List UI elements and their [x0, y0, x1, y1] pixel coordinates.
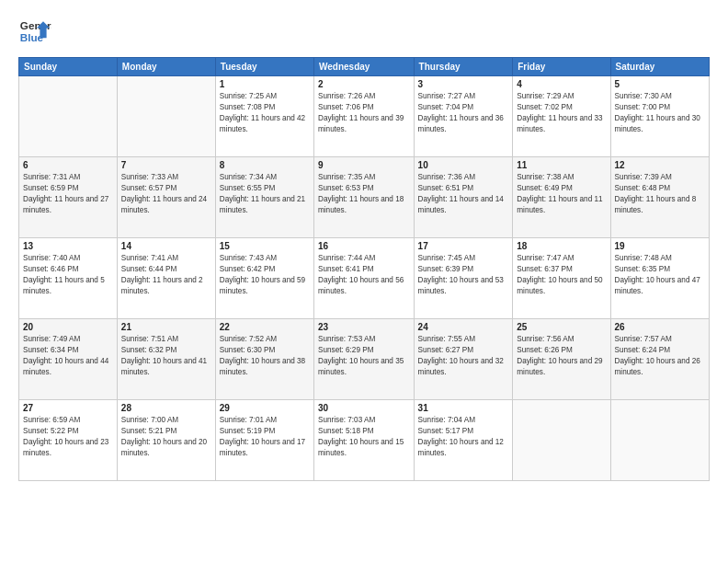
day-info: Sunrise: 7:44 AM Sunset: 6:41 PM Dayligh…: [318, 253, 410, 297]
day-number: 26: [615, 322, 705, 332]
day-info: Sunrise: 7:49 AM Sunset: 6:34 PM Dayligh…: [23, 334, 113, 378]
calendar-cell: 12Sunrise: 7:39 AM Sunset: 6:48 PM Dayli…: [610, 157, 709, 238]
weekday-header-thursday: Thursday: [414, 58, 513, 76]
day-info: Sunrise: 7:31 AM Sunset: 6:59 PM Dayligh…: [23, 172, 113, 216]
day-number: 30: [318, 403, 410, 413]
day-info: Sunrise: 7:57 AM Sunset: 6:24 PM Dayligh…: [615, 334, 705, 378]
day-info: Sunrise: 7:30 AM Sunset: 7:00 PM Dayligh…: [615, 91, 705, 135]
calendar-cell: 15Sunrise: 7:43 AM Sunset: 6:42 PM Dayli…: [215, 238, 313, 319]
day-number: 5: [615, 79, 705, 89]
day-number: 4: [517, 79, 606, 89]
calendar-cell: 24Sunrise: 7:55 AM Sunset: 6:27 PM Dayli…: [414, 319, 513, 400]
day-info: Sunrise: 7:43 AM Sunset: 6:42 PM Dayligh…: [220, 253, 310, 297]
day-info: Sunrise: 7:47 AM Sunset: 6:37 PM Dayligh…: [517, 253, 606, 297]
day-info: Sunrise: 7:36 AM Sunset: 6:51 PM Dayligh…: [418, 172, 509, 216]
calendar-cell: 2Sunrise: 7:26 AM Sunset: 7:06 PM Daylig…: [313, 76, 414, 157]
day-number: 11: [517, 160, 606, 170]
calendar-cell: 23Sunrise: 7:53 AM Sunset: 6:29 PM Dayli…: [313, 319, 414, 400]
day-number: 13: [23, 241, 113, 251]
calendar-cell: 28Sunrise: 7:00 AM Sunset: 5:21 PM Dayli…: [117, 400, 215, 481]
day-number: 23: [318, 322, 410, 332]
day-info: Sunrise: 7:35 AM Sunset: 6:53 PM Dayligh…: [318, 172, 410, 216]
day-info: Sunrise: 7:51 AM Sunset: 6:32 PM Dayligh…: [121, 334, 211, 378]
calendar-cell: [610, 400, 709, 481]
day-info: Sunrise: 7:48 AM Sunset: 6:35 PM Dayligh…: [615, 253, 705, 297]
day-number: 22: [220, 322, 310, 332]
calendar-cell: 18Sunrise: 7:47 AM Sunset: 6:37 PM Dayli…: [513, 238, 610, 319]
day-info: Sunrise: 7:52 AM Sunset: 6:30 PM Dayligh…: [220, 334, 310, 378]
day-number: 27: [23, 403, 113, 413]
calendar-cell: 26Sunrise: 7:57 AM Sunset: 6:24 PM Dayli…: [610, 319, 709, 400]
day-info: Sunrise: 7:03 AM Sunset: 5:18 PM Dayligh…: [318, 415, 410, 459]
day-info: Sunrise: 7:53 AM Sunset: 6:29 PM Dayligh…: [318, 334, 410, 378]
week-row-3: 13Sunrise: 7:40 AM Sunset: 6:46 PM Dayli…: [19, 238, 710, 319]
calendar-cell: [117, 76, 215, 157]
week-row-5: 27Sunrise: 6:59 AM Sunset: 5:22 PM Dayli…: [19, 400, 710, 481]
day-number: 15: [220, 241, 310, 251]
calendar-cell: 1Sunrise: 7:25 AM Sunset: 7:08 PM Daylig…: [215, 76, 313, 157]
day-number: 16: [318, 241, 410, 251]
day-number: 6: [23, 160, 113, 170]
day-number: 29: [220, 403, 310, 413]
day-number: 18: [517, 241, 606, 251]
day-number: 8: [220, 160, 310, 170]
calendar-cell: 20Sunrise: 7:49 AM Sunset: 6:34 PM Dayli…: [19, 319, 118, 400]
week-row-2: 6Sunrise: 7:31 AM Sunset: 6:59 PM Daylig…: [19, 157, 710, 238]
calendar-cell: 8Sunrise: 7:34 AM Sunset: 6:55 PM Daylig…: [215, 157, 313, 238]
day-number: 14: [121, 241, 211, 251]
calendar-cell: 25Sunrise: 7:56 AM Sunset: 6:26 PM Dayli…: [513, 319, 610, 400]
weekday-header-tuesday: Tuesday: [215, 58, 313, 76]
day-number: 28: [121, 403, 211, 413]
day-number: 17: [418, 241, 509, 251]
day-number: 1: [220, 79, 310, 89]
day-info: Sunrise: 7:39 AM Sunset: 6:48 PM Dayligh…: [615, 172, 705, 216]
day-info: Sunrise: 6:59 AM Sunset: 5:22 PM Dayligh…: [23, 415, 113, 459]
day-info: Sunrise: 7:04 AM Sunset: 5:17 PM Dayligh…: [418, 415, 509, 459]
day-info: Sunrise: 7:40 AM Sunset: 6:46 PM Dayligh…: [23, 253, 113, 297]
calendar-cell: 29Sunrise: 7:01 AM Sunset: 5:19 PM Dayli…: [215, 400, 313, 481]
calendar-cell: 14Sunrise: 7:41 AM Sunset: 6:44 PM Dayli…: [117, 238, 215, 319]
day-info: Sunrise: 7:38 AM Sunset: 6:49 PM Dayligh…: [517, 172, 606, 216]
calendar-cell: 3Sunrise: 7:27 AM Sunset: 7:04 PM Daylig…: [414, 76, 513, 157]
calendar-cell: [19, 76, 118, 157]
calendar-cell: [513, 400, 610, 481]
day-number: 9: [318, 160, 410, 170]
calendar-cell: 16Sunrise: 7:44 AM Sunset: 6:41 PM Dayli…: [313, 238, 414, 319]
day-info: Sunrise: 7:26 AM Sunset: 7:06 PM Dayligh…: [318, 91, 410, 135]
calendar-cell: 10Sunrise: 7:36 AM Sunset: 6:51 PM Dayli…: [414, 157, 513, 238]
day-info: Sunrise: 7:00 AM Sunset: 5:21 PM Dayligh…: [121, 415, 211, 459]
day-number: 2: [318, 79, 410, 89]
day-info: Sunrise: 7:56 AM Sunset: 6:26 PM Dayligh…: [517, 334, 606, 378]
calendar-cell: 5Sunrise: 7:30 AM Sunset: 7:00 PM Daylig…: [610, 76, 709, 157]
week-row-1: 1Sunrise: 7:25 AM Sunset: 7:08 PM Daylig…: [19, 76, 710, 157]
day-number: 12: [615, 160, 705, 170]
day-number: 20: [23, 322, 113, 332]
day-number: 7: [121, 160, 211, 170]
day-number: 31: [418, 403, 509, 413]
day-number: 24: [418, 322, 509, 332]
weekday-header-friday: Friday: [513, 58, 610, 76]
calendar-cell: 21Sunrise: 7:51 AM Sunset: 6:32 PM Dayli…: [117, 319, 215, 400]
day-info: Sunrise: 7:25 AM Sunset: 7:08 PM Dayligh…: [220, 91, 310, 135]
header: General Blue: [18, 15, 710, 48]
calendar-cell: 17Sunrise: 7:45 AM Sunset: 6:39 PM Dayli…: [414, 238, 513, 319]
weekday-header-row: SundayMondayTuesdayWednesdayThursdayFrid…: [19, 58, 710, 76]
calendar-cell: 19Sunrise: 7:48 AM Sunset: 6:35 PM Dayli…: [610, 238, 709, 319]
page: General Blue SundayMondayTuesdayWednesda…: [0, 0, 728, 563]
calendar-cell: 13Sunrise: 7:40 AM Sunset: 6:46 PM Dayli…: [19, 238, 118, 319]
calendar-cell: 7Sunrise: 7:33 AM Sunset: 6:57 PM Daylig…: [117, 157, 215, 238]
calendar-cell: 9Sunrise: 7:35 AM Sunset: 6:53 PM Daylig…: [313, 157, 414, 238]
day-info: Sunrise: 7:34 AM Sunset: 6:55 PM Dayligh…: [220, 172, 310, 216]
day-info: Sunrise: 7:01 AM Sunset: 5:19 PM Dayligh…: [220, 415, 310, 459]
calendar-cell: 30Sunrise: 7:03 AM Sunset: 5:18 PM Dayli…: [313, 400, 414, 481]
calendar-cell: 4Sunrise: 7:29 AM Sunset: 7:02 PM Daylig…: [513, 76, 610, 157]
day-number: 3: [418, 79, 509, 89]
week-row-4: 20Sunrise: 7:49 AM Sunset: 6:34 PM Dayli…: [19, 319, 710, 400]
calendar-cell: 27Sunrise: 6:59 AM Sunset: 5:22 PM Dayli…: [19, 400, 118, 481]
day-number: 25: [517, 322, 606, 332]
day-info: Sunrise: 7:29 AM Sunset: 7:02 PM Dayligh…: [517, 91, 606, 135]
day-info: Sunrise: 7:33 AM Sunset: 6:57 PM Dayligh…: [121, 172, 211, 216]
weekday-header-wednesday: Wednesday: [313, 58, 414, 76]
calendar-cell: 6Sunrise: 7:31 AM Sunset: 6:59 PM Daylig…: [19, 157, 118, 238]
weekday-header-monday: Monday: [117, 58, 215, 76]
